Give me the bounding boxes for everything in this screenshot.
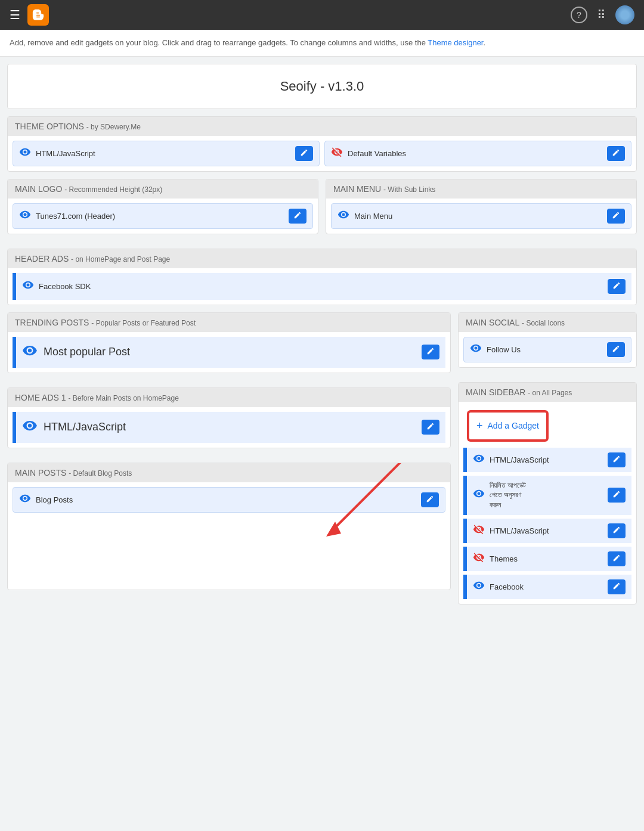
gadget-follow-us: Follow Us [463, 337, 631, 362]
hamburger-icon[interactable]: ☰ [10, 8, 20, 22]
visibility-on-icon [473, 488, 485, 503]
visibility-off-icon [331, 146, 343, 161]
header-ads-header: HEADER ADS - on HomePage and Post Page [8, 249, 636, 268]
visibility-on-icon [338, 209, 349, 224]
gadget-name: Default Variables [348, 149, 406, 158]
gadget-facebook-sdk: Facebook SDK [13, 273, 631, 300]
visibility-off-icon [473, 551, 485, 566]
theme-options-section: THEME OPTIONS - by SDewery.Me HTML/JavaS… [7, 116, 637, 172]
edit-button[interactable] [289, 209, 306, 224]
edit-button[interactable] [422, 345, 439, 359]
visibility-on-icon [19, 209, 31, 224]
gadget-blog-posts: Blog Posts [13, 487, 445, 513]
gadget-most-popular: Most popular Post [13, 337, 445, 368]
gadget-name: Main Menu [354, 212, 392, 221]
edit-button[interactable] [295, 146, 313, 161]
gadget-default-variables: Default Variables [324, 141, 631, 166]
visibility-on-icon [473, 452, 485, 467]
visibility-on-icon [473, 579, 485, 594]
page-content: Seoify - v1.3.0 THEME OPTIONS - by SDewe… [0, 57, 644, 619]
info-text: Add, remove and edit gadgets on your blo… [10, 38, 428, 47]
top-bar-right: ? ⠿ [571, 5, 634, 24]
sidebar-gadget-1: HTML/JavaScript [463, 448, 631, 472]
left-column: TRENDING POSTS - Popular Posts or Featur… [7, 312, 451, 612]
home-ads-section: HOME ADS 1 - Before Main Posts on HomePa… [7, 387, 451, 448]
top-bar-left: ☰ [10, 4, 49, 26]
trending-posts-header: TRENDING POSTS - Popular Posts or Featur… [8, 313, 450, 332]
edit-button[interactable] [421, 492, 439, 507]
main-two-col: TRENDING POSTS - Popular Posts or Featur… [7, 312, 637, 612]
edit-button[interactable] [607, 342, 625, 357]
edit-button[interactable] [608, 488, 626, 503]
gadget-name: HTML/JavaScript [490, 526, 549, 535]
gadget-name: Tunes71.com (Header) [36, 212, 115, 221]
main-menu-section: MAIN MENU - With Sub Links Main Menu [326, 179, 637, 234]
info-text-after: . [483, 38, 485, 47]
top-bar: ☰ ? ⠿ [0, 0, 644, 30]
avatar[interactable] [615, 5, 634, 24]
gadget-home-ads-html: HTML/JavaScript [13, 412, 445, 443]
main-logo-header: MAIN LOGO - Recommended Height (32px) [8, 179, 318, 199]
home-ads-header: HOME ADS 1 - Before Main Posts on HomePa… [8, 388, 450, 407]
edit-button[interactable] [607, 209, 625, 224]
plus-icon: + [476, 420, 483, 432]
edit-button[interactable] [608, 452, 626, 467]
visibility-on-icon [19, 492, 31, 507]
sidebar-gadget-3: HTML/JavaScript [463, 519, 631, 543]
right-column: MAIN SOCIAL - Social Icons Follow Us [458, 312, 637, 612]
theme-designer-link[interactable]: Theme designer [428, 38, 483, 47]
edit-button[interactable] [608, 551, 626, 566]
edit-button[interactable] [608, 579, 626, 594]
sidebar-gadget-4: Themes [463, 547, 631, 571]
visibility-on-icon [22, 279, 34, 294]
theme-options-header: THEME OPTIONS - by SDewery.Me [8, 117, 636, 136]
main-logo-section: MAIN LOGO - Recommended Height (32px) Tu… [7, 179, 318, 234]
gadget-main-menu: Main Menu [331, 203, 631, 229]
add-gadget-label: Add a Gadget [488, 421, 539, 430]
help-icon[interactable]: ? [571, 7, 587, 23]
gadget-tunes71: Tunes71.com (Header) [13, 203, 313, 229]
main-menu-header: MAIN MENU - With Sub Links [326, 179, 636, 199]
edit-button[interactable] [608, 523, 626, 538]
main-sidebar-header: MAIN SIDEBAR - on All Pages [459, 383, 636, 402]
gadget-name: Themes [490, 554, 518, 563]
blogger-logo[interactable] [27, 4, 49, 26]
main-posts-section: MAIN POSTS - Default Blog Posts Blog Pos… [7, 463, 451, 590]
svg-marker-1 [326, 522, 341, 537]
gadget-name: নিয়মিত আপডেটপেতে অনুসরণকরুন [490, 480, 526, 510]
sidebar-gadget-list: HTML/JavaScript [459, 448, 636, 604]
gadget-name: HTML/JavaScript [490, 455, 549, 464]
theme-options-body: HTML/JavaScript Default Variables [8, 136, 636, 171]
main-social-header: MAIN SOCIAL - Social Icons [459, 313, 636, 332]
gadget-name: Follow Us [487, 345, 521, 354]
main-social-section: MAIN SOCIAL - Social Icons Follow Us [458, 312, 637, 368]
gadget-name: Most popular Post [44, 346, 130, 358]
main-sidebar-section: MAIN SIDEBAR - on All Pages + Add a Gadg… [458, 382, 637, 604]
header-ads-section: HEADER ADS - on HomePage and Post Page F… [7, 249, 637, 305]
info-bar: Add, remove and edit gadgets on your blo… [0, 30, 644, 57]
gadget-name: HTML/JavaScript [44, 421, 126, 433]
gadget-name: HTML/JavaScript [36, 149, 95, 158]
gadget-name: Blog Posts [36, 495, 73, 504]
visibility-on-icon [19, 146, 31, 161]
visibility-off-icon [473, 523, 485, 538]
trending-posts-section: TRENDING POSTS - Popular Posts or Featur… [7, 312, 451, 373]
edit-button[interactable] [422, 420, 439, 435]
edit-button[interactable] [608, 279, 626, 294]
add-gadget-button[interactable]: + Add a Gadget [468, 411, 547, 441]
visibility-on-icon [22, 343, 38, 362]
sidebar-gadget-2: নিয়মিত আপডেটপেতে অনুসরণকরুন [463, 476, 631, 515]
gadget-name: Facebook [490, 582, 524, 591]
gadget-html-js-1: HTML/JavaScript [13, 141, 320, 166]
grid-icon[interactable]: ⠿ [597, 8, 606, 22]
logo-menu-row: MAIN LOGO - Recommended Height (32px) Tu… [7, 179, 637, 241]
visibility-on-icon [470, 342, 482, 357]
edit-button[interactable] [607, 146, 625, 161]
sidebar-gadget-5: Facebook [463, 575, 631, 599]
blog-title: Seoify - v1.3.0 [7, 64, 637, 109]
gadget-name: Facebook SDK [39, 282, 91, 291]
visibility-on-icon [22, 418, 38, 437]
main-posts-header: MAIN POSTS - Default Blog Posts [8, 463, 450, 482]
